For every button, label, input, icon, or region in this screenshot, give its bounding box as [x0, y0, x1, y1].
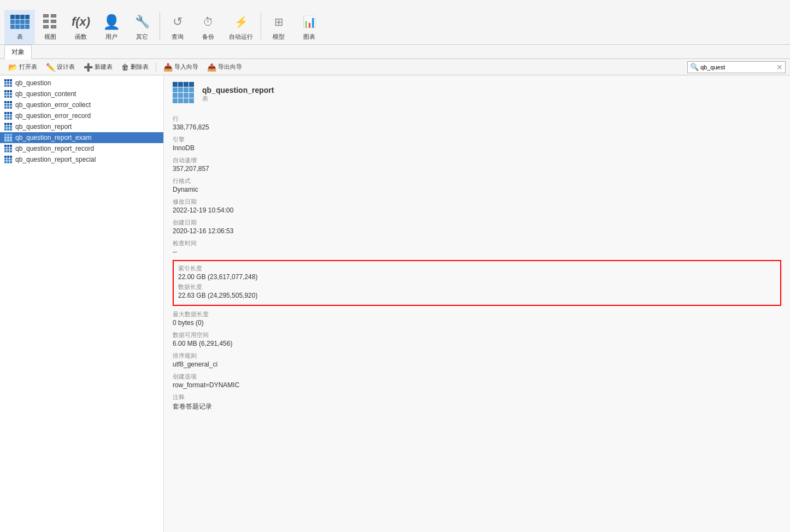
toolbar-item-view[interactable]: 视图	[35, 10, 66, 44]
tab-bar: 对象	[0, 45, 790, 59]
highlighted-fields-section: 索引长度 22.00 GB (23,617,077,248) 数据长度 22.6…	[173, 260, 781, 306]
detail-field-create-options: 创建选项 row_format=DYNAMIC	[173, 373, 781, 389]
detail-label-check-time: 检查时间	[173, 239, 781, 247]
autorun-icon: ⚡	[231, 12, 251, 32]
toolbar-item-model[interactable]: ⊞ 模型	[263, 10, 294, 44]
tab-object[interactable]: 对象	[4, 45, 32, 60]
table-item-icon	[4, 156, 13, 163]
detail-value-data-length: 22.63 GB (24,295,505,920)	[178, 292, 776, 299]
detail-title-area: qb_question_report 表	[202, 86, 274, 103]
detail-label-rows: 行	[173, 115, 781, 123]
toolbar-model-label: 模型	[273, 33, 285, 41]
table-item-icon	[4, 123, 13, 131]
table-item-selected[interactable]: qb_question_report_exam	[0, 132, 163, 143]
design-table-icon: ✏️	[46, 63, 55, 72]
toolbar-user-label: 用户	[105, 33, 117, 41]
detail-label-engine: 引擎	[173, 135, 781, 144]
table-item-icon	[4, 101, 13, 109]
table-item-icon-selected	[4, 134, 13, 141]
chart-icon: 📊	[299, 12, 319, 32]
table-item[interactable]: qb_question_error_collect	[0, 99, 163, 110]
toolbar-item-autorun[interactable]: ⚡ 自动运行	[223, 10, 258, 44]
import-wizard-button[interactable]: 📥 导入向导	[160, 61, 202, 73]
toolbar-function-label: 函数	[75, 33, 87, 41]
detail-fields-bottom: 最大数据长度 0 bytes (0) 数据可用空间 6.00 MB (6,291…	[173, 310, 781, 411]
toolbar-backup-label: 备份	[202, 33, 214, 41]
detail-label-create-date: 创建日期	[173, 218, 781, 227]
table-item[interactable]: qb_question_report	[0, 121, 163, 132]
toolbar-chart-label: 图表	[303, 33, 315, 41]
import-icon: 📥	[163, 63, 173, 72]
export-wizard-button[interactable]: 📤 导出向导	[203, 61, 246, 73]
model-icon: ⊞	[269, 12, 288, 32]
table-item[interactable]: qb_question_report_record	[0, 143, 163, 154]
detail-field-comment: 注释 套卷答题记录	[173, 393, 781, 411]
detail-label-max-data-length: 最大数据长度	[173, 310, 781, 318]
toolbar-item-backup[interactable]: ⏱ 备份	[193, 10, 223, 44]
toolbar-query-label: 查询	[172, 33, 184, 41]
detail-value-row-format: Dynamic	[173, 186, 781, 193]
toolbar-item-table[interactable]: 表	[4, 10, 35, 44]
main-toolbar: 表 视图 f(x) 函数 👤 用户 🔧 其它	[0, 0, 790, 45]
detail-header: qb_question_report 表	[173, 82, 781, 106]
user-icon: 👤	[102, 12, 121, 32]
table-item-icon	[4, 145, 13, 152]
toolbar-autorun-label: 自动运行	[229, 33, 253, 41]
search-clear-button[interactable]: ✕	[776, 63, 783, 72]
detail-field-free-space: 数据可用空间 6.00 MB (6,291,456)	[173, 331, 781, 347]
table-item[interactable]: qb_question_report_special	[0, 154, 163, 165]
toolbar-view-label: 视图	[44, 33, 56, 41]
detail-label-free-space: 数据可用空间	[173, 331, 781, 339]
detail-value-free-space: 6.00 MB (6,291,456)	[173, 340, 781, 347]
table-item[interactable]: qb_question_error_record	[0, 110, 163, 121]
view-icon	[40, 12, 60, 32]
detail-field-modify-date: 修改日期 2022-12-19 10:54:00	[173, 198, 781, 214]
detail-value-collation: utf8_general_ci	[173, 360, 781, 368]
detail-label-auto-increment: 自动递增	[173, 156, 781, 164]
search-box[interactable]: 🔍 ✕	[687, 61, 786, 73]
table-item[interactable]: qb_question	[0, 78, 163, 88]
detail-label-index-length: 索引长度	[178, 264, 776, 273]
toolbar-item-chart[interactable]: 📊 图表	[294, 10, 325, 44]
open-table-button[interactable]: 📂 打开表	[4, 61, 41, 73]
detail-table-name: qb_question_report	[202, 86, 274, 94]
toolbar-other-label: 其它	[136, 33, 148, 41]
detail-panel: qb_question_report 表 行 338,776,825 引擎 In…	[164, 75, 790, 532]
action-separator-1	[156, 62, 156, 72]
detail-value-max-data-length: 0 bytes (0)	[173, 319, 781, 327]
detail-table-icon	[173, 82, 197, 106]
detail-field-max-data-length: 最大数据长度 0 bytes (0)	[173, 310, 781, 327]
detail-label-create-options: 创建选项	[173, 373, 781, 381]
detail-label-collation: 排序规则	[173, 352, 781, 360]
toolbar-item-function[interactable]: f(x) 函数	[66, 10, 96, 44]
detail-value-modify-date: 2022-12-19 10:54:00	[173, 206, 781, 214]
detail-value-comment: 套卷答题记录	[173, 402, 781, 411]
detail-label-data-length: 数据长度	[178, 283, 776, 291]
detail-value-index-length: 22.00 GB (23,617,077,248)	[178, 273, 776, 281]
query-icon: ↺	[168, 12, 187, 32]
new-table-icon: ➕	[84, 63, 93, 72]
table-item-icon	[4, 112, 13, 120]
detail-field-data-length: 数据长度 22.63 GB (24,295,505,920)	[178, 283, 776, 299]
search-input[interactable]	[700, 64, 776, 70]
detail-value-engine: InnoDB	[173, 144, 781, 152]
detail-field-row-format: 行格式 Dynamic	[173, 177, 781, 193]
detail-label-comment: 注释	[173, 393, 781, 401]
backup-icon: ⏱	[198, 12, 218, 32]
toolbar-table-label: 表	[17, 33, 23, 41]
toolbar-item-query[interactable]: ↺ 查询	[162, 10, 193, 44]
delete-table-button[interactable]: 🗑 删除表	[117, 61, 152, 73]
detail-field-engine: 引擎 InnoDB	[173, 135, 781, 152]
main-content: qb_question qb_question_content qb_quest…	[0, 75, 790, 532]
open-table-icon: 📂	[8, 63, 17, 72]
design-table-button[interactable]: ✏️ 设计表	[42, 61, 79, 73]
detail-value-rows: 338,776,825	[173, 123, 781, 131]
table-item-icon	[4, 90, 13, 98]
toolbar-item-user[interactable]: 👤 用户	[96, 10, 127, 44]
new-table-button[interactable]: ➕ 新建表	[80, 61, 116, 73]
toolbar-item-other[interactable]: 🔧 其它	[127, 10, 157, 44]
detail-table-type: 表	[202, 94, 274, 103]
table-icon	[10, 12, 30, 32]
detail-field-create-date: 创建日期 2020-12-16 12:06:53	[173, 218, 781, 235]
table-item[interactable]: qb_question_content	[0, 88, 163, 99]
